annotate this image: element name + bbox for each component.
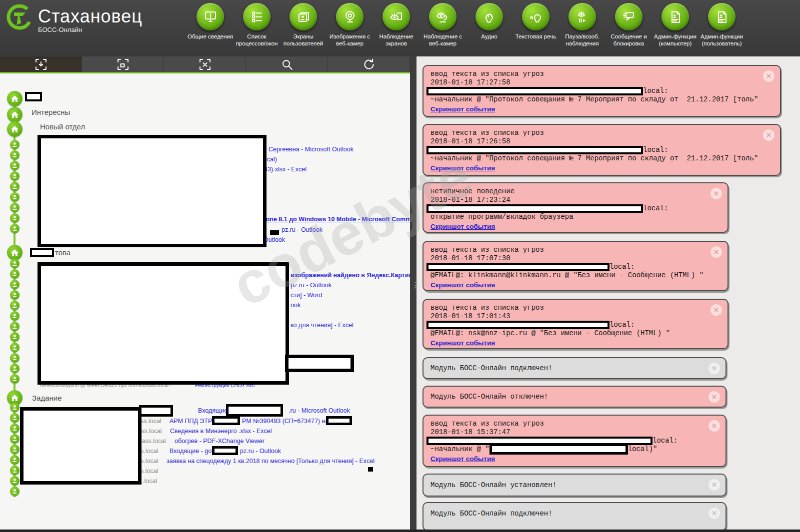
process-list-icon	[243, 3, 270, 30]
tree-user-icon[interactable]	[10, 182, 20, 191]
toolbar-button-admin-user[interactable]: Админ-функции (пользователь)	[698, 3, 745, 47]
host-label: .local	[142, 478, 157, 485]
card-timestamp: 2018-01-18 17:07:30	[430, 254, 720, 263]
host-label: s.local	[140, 468, 158, 475]
event-screenshot-link[interactable]: Скриншот события	[430, 223, 495, 230]
window-title-link[interactable]: (43).xlsx - Excel	[262, 166, 306, 173]
tree-section-label[interactable]: Новый отдел	[40, 122, 85, 131]
tree-user-icon[interactable]	[10, 213, 20, 223]
close-icon[interactable]	[708, 420, 720, 432]
redacted-region	[368, 467, 373, 472]
tree-user-icon[interactable]	[10, 353, 20, 363]
toolbar-button-webcam-monitoring[interactable]: Наблюдение с веб-камер	[420, 3, 466, 47]
window-title-link[interactable]: изображений найдено в Яндекс.Картинках -…	[290, 272, 430, 279]
tree-user-icon[interactable]	[10, 476, 20, 486]
tree-user-icon[interactable]	[10, 224, 20, 233]
window-title-link[interactable]: обогрев - PDF-XChange Viewer	[174, 438, 264, 445]
tree-user-icon[interactable]	[10, 280, 20, 289]
window-title-link[interactable]: заявка на спецодежду 1 кв.2018 по месячн…	[166, 458, 374, 465]
search-icon	[280, 57, 294, 72]
panel-splitter[interactable]	[410, 56, 416, 532]
toolbar-button-screen-monitoring[interactable]: Наблюдение экранов	[373, 3, 420, 47]
tree-user-icon[interactable]	[10, 171, 20, 181]
close-icon[interactable]	[763, 70, 774, 82]
tree-user-icon[interactable]	[10, 259, 20, 268]
toolbar-button-pause-resume[interactable]: Пауза/возоб. наблюдения	[559, 3, 606, 47]
toolbar-button-general-info[interactable]: Общие сведения	[187, 3, 234, 47]
tree-user-icon[interactable]	[10, 434, 20, 444]
window-title-link[interactable]: pz.ru - Outlook	[282, 226, 322, 233]
tab-search[interactable]	[246, 56, 328, 72]
toolbar-button-audio[interactable]: Аудио	[466, 3, 512, 47]
toolbar-button-text-speech[interactable]: a Текстовая речь	[512, 3, 559, 47]
toolbar-button-process-list[interactable]: Список процессов/окон	[234, 3, 280, 47]
close-icon[interactable]	[710, 188, 722, 199]
tree-user-icon[interactable]	[10, 150, 20, 160]
event-screenshot-link[interactable]: Скриншот события	[430, 455, 495, 463]
tree-user-icon[interactable]	[10, 322, 20, 331]
tree-home-icon[interactable]	[7, 121, 22, 137]
tree-home-icon[interactable]	[7, 245, 22, 260]
tree-user-icon[interactable]	[10, 192, 20, 202]
tree-section-label[interactable]: Задание	[32, 394, 62, 402]
tree-user-icon[interactable]	[10, 445, 20, 454]
tree-user-icon[interactable]	[10, 301, 20, 310]
tree-user-icon[interactable]	[10, 466, 20, 475]
close-icon[interactable]	[708, 363, 720, 374]
tab-refresh[interactable]	[328, 56, 410, 72]
toolbar-button-user-screens[interactable]: Экраны пользователей	[280, 3, 326, 47]
tree-user-icon[interactable]	[10, 424, 20, 433]
person-icon	[12, 163, 18, 168]
redacted-region	[139, 405, 173, 417]
redacted-region	[25, 92, 42, 101]
close-icon[interactable]	[710, 246, 722, 258]
window-title-link[interactable]: ко для чтения] - Excel	[290, 322, 354, 329]
tab-screens-expand[interactable]	[0, 56, 82, 72]
card-detail: открытие программ/вкладок браузера	[430, 213, 720, 221]
tree-user-icon[interactable]	[10, 311, 20, 321]
close-icon[interactable]	[708, 479, 720, 491]
tree-section-label[interactable]: това	[55, 248, 70, 257]
tree-home-icon[interactable]	[7, 91, 22, 106]
event-screenshot-link[interactable]: Скриншот события	[430, 281, 495, 289]
tree-home-icon[interactable]	[7, 107, 22, 122]
close-icon[interactable]	[708, 391, 720, 403]
window-title-link[interactable]: Outlook	[264, 236, 285, 243]
tree-user-icon[interactable]	[10, 403, 20, 412]
window-title-link[interactable]: Сведения в Минэнерго .xlsx - Excel	[170, 428, 272, 435]
redacted-region	[212, 416, 240, 425]
tree-user-icon[interactable]	[10, 203, 20, 212]
close-icon[interactable]	[763, 129, 774, 141]
window-title-link[interactable]: ook	[290, 302, 300, 309]
tree-user-icon[interactable]	[10, 364, 20, 373]
window-title-link[interactable]: сти] - Word	[290, 292, 322, 299]
tree-user-icon[interactable]	[10, 487, 20, 496]
tree-user-icon[interactable]	[10, 413, 20, 423]
tree-user-icon[interactable]	[10, 332, 20, 342]
close-icon[interactable]	[708, 508, 720, 519]
tab-screens-grid[interactable]	[82, 56, 164, 72]
tree-user-icon[interactable]	[10, 161, 20, 170]
tree-user-icon[interactable]	[10, 455, 20, 465]
window-title-link[interactable]: hone 8.1 до Windows 10 Mobile - Microsof…	[262, 216, 430, 223]
tree-user-icon[interactable]	[10, 290, 20, 300]
event-screenshot-link[interactable]: Скриншот события	[430, 105, 495, 113]
svg-text:a: a	[530, 14, 534, 20]
tree-user-icon[interactable]	[10, 269, 20, 279]
tree-user-icon[interactable]	[10, 343, 20, 352]
window-title-link[interactable]: Сергеевна - Microsoft Outlook	[268, 146, 354, 153]
close-icon[interactable]	[710, 304, 722, 316]
tab-screens-close[interactable]	[164, 56, 246, 72]
toolbar-button-webcam-images[interactable]: Изображения с веб-камер	[326, 3, 373, 47]
toolbar-button-message-block[interactable]: Сообщение и блокировка	[606, 3, 652, 47]
event-screenshot-link[interactable]: Скриншот события	[430, 339, 495, 347]
window-title-link[interactable]: .ru - Microsoft Outlook	[288, 407, 350, 414]
event-screenshot-link[interactable]: Скриншот события	[430, 164, 495, 172]
tree-user-icon[interactable]	[10, 374, 20, 384]
toolbar-button-admin-computer[interactable]: Админ-функции (компьютер)	[652, 3, 698, 47]
window-title-link[interactable]: pz.ru - Outlook	[240, 448, 281, 455]
tree-user-icon[interactable]	[10, 140, 20, 149]
window-title-link[interactable]: pz.ru - Outlook	[290, 282, 332, 289]
card-local-label: local:	[643, 146, 668, 154]
tree-section-label[interactable]: Интересны	[32, 108, 70, 116]
